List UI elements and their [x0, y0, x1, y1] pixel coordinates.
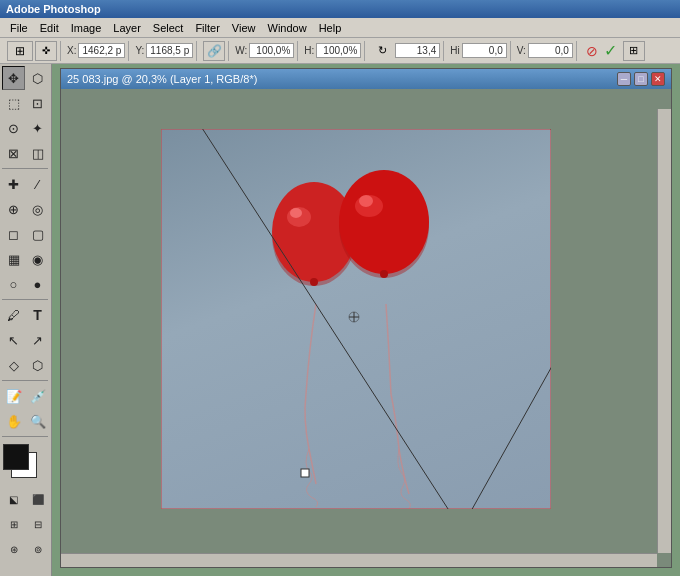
direct-select-tool[interactable]: ↗	[26, 328, 49, 352]
transform-ref-btn[interactable]: ✜	[35, 41, 57, 61]
tool-row-5: ✚ ∕	[2, 172, 49, 196]
tool-panel: ✥ ⬡ ⬚ ⊡ ⊙ ✦ ⊠ ◫ ✚ ∕ ⊕ ◎ ◻ ▢ ▦ ◉	[0, 64, 52, 576]
brush-tool[interactable]: ∕	[26, 172, 49, 196]
tool-row-11: ↖ ↗	[2, 328, 49, 352]
extra-tool4[interactable]: ⊚	[26, 537, 49, 561]
canvas-area[interactable]: 25 083.jpg @ 20,3% (Layer 1, RGB/8*) ─ □…	[52, 64, 680, 576]
h-value[interactable]: 100,0%	[316, 43, 361, 58]
tool-row-14: ✋ 🔍	[2, 409, 49, 433]
svg-point-8	[359, 195, 373, 207]
link-btn[interactable]: 🔗	[203, 41, 225, 61]
text-tool[interactable]: T	[26, 303, 49, 327]
marquee2-tool[interactable]: ⊡	[26, 91, 49, 115]
eyedropper-tool[interactable]: 💉	[26, 384, 49, 408]
healing-tool[interactable]: ✚	[2, 172, 25, 196]
tool-separator-3	[2, 380, 48, 381]
pen-tool[interactable]: 🖊	[2, 303, 25, 327]
zoom-tool[interactable]: 🔍	[26, 409, 49, 433]
minimize-btn[interactable]: ─	[617, 72, 631, 86]
w-value[interactable]: 100,0%	[249, 43, 294, 58]
clone-tool[interactable]: ⊕	[2, 197, 25, 221]
vertical-scrollbar[interactable]	[657, 109, 671, 553]
menu-help[interactable]: Help	[313, 20, 348, 36]
title-bar: Adobe Photoshop	[0, 0, 680, 18]
slice-tool[interactable]: ◫	[26, 141, 49, 165]
shape-tool[interactable]: ◇	[2, 353, 25, 377]
rotation-group: ↻ 13,4	[368, 41, 444, 61]
color-swatches[interactable]	[3, 444, 49, 480]
v-value[interactable]: 0,0	[528, 43, 573, 58]
tool-row-12: ◇ ⬡	[2, 353, 49, 377]
dodge-tool[interactable]: ○	[2, 272, 25, 296]
bg-eraser-tool[interactable]: ▢	[26, 222, 49, 246]
tool-row-modes: ⬕ ⬛	[2, 487, 49, 511]
marquee-tool[interactable]: ⬚	[2, 91, 25, 115]
tool-row-extra: ⊞ ⊟	[2, 512, 49, 536]
x-value[interactable]: 1462,2 p	[78, 43, 125, 58]
app-title: Adobe Photoshop	[6, 3, 101, 15]
history-tool[interactable]: ◎	[26, 197, 49, 221]
x-group: X: 1462,2 p	[64, 41, 129, 61]
extra-tool2[interactable]: ⊟	[26, 512, 49, 536]
crop-tool[interactable]: ⊠	[2, 141, 25, 165]
move-tool[interactable]: ✥	[2, 66, 25, 90]
menu-select[interactable]: Select	[147, 20, 190, 36]
document-canvas[interactable]	[61, 89, 671, 567]
menu-view[interactable]: View	[226, 20, 262, 36]
magic-wand-tool[interactable]: ✦	[26, 116, 49, 140]
menu-window[interactable]: Window	[262, 20, 313, 36]
options-bar: ⊞ ✜ X: 1462,2 p Y: 1168,5 p 🔗 W: 100,0% …	[0, 38, 680, 64]
rotation-icon: ↻	[371, 41, 393, 61]
w-group: W: 100,0%	[232, 41, 298, 61]
foreground-color-swatch[interactable]	[3, 444, 29, 470]
image-container[interactable]	[161, 129, 551, 509]
tool-row-8: ▦ ◉	[2, 247, 49, 271]
document-controls: ─ □ ✕	[617, 72, 665, 86]
gradient-tool[interactable]: ▦	[2, 247, 25, 271]
maximize-btn[interactable]: □	[634, 72, 648, 86]
blur-tool[interactable]: ◉	[26, 247, 49, 271]
quick-mask-tool[interactable]: ⬕	[2, 487, 25, 511]
main-layout: ✥ ⬡ ⬚ ⊡ ⊙ ✦ ⊠ ◫ ✚ ∕ ⊕ ◎ ◻ ▢ ▦ ◉	[0, 64, 680, 576]
v-label: V:	[517, 45, 526, 56]
extra-tool3[interactable]: ⊛	[2, 537, 25, 561]
burn-tool[interactable]: ●	[26, 272, 49, 296]
y-label: Y:	[135, 45, 144, 56]
x-label: X:	[67, 45, 76, 56]
menu-filter[interactable]: Filter	[189, 20, 225, 36]
document-titlebar: 25 083.jpg @ 20,3% (Layer 1, RGB/8*) ─ □…	[61, 69, 671, 89]
menu-edit[interactable]: Edit	[34, 20, 65, 36]
extra-tool1[interactable]: ⊞	[2, 512, 25, 536]
lasso-tool[interactable]: ⊙	[2, 116, 25, 140]
warp-btn[interactable]: ⊞	[623, 41, 645, 61]
close-btn[interactable]: ✕	[651, 72, 665, 86]
hi-value[interactable]: 0,0	[462, 43, 507, 58]
artboard-tool[interactable]: ⬡	[26, 66, 49, 90]
y-value[interactable]: 1168,5 p	[146, 43, 193, 58]
notes-tool[interactable]: 📝	[2, 384, 25, 408]
menu-file[interactable]: File	[4, 20, 34, 36]
shape2-tool[interactable]: ⬡	[26, 353, 49, 377]
v-group: V: 0,0	[514, 41, 577, 61]
cancel-transform-btn[interactable]: ⊘	[586, 43, 598, 59]
hand-tool[interactable]: ✋	[2, 409, 25, 433]
tool-row-1: ✥ ⬡	[2, 66, 49, 90]
y-group: Y: 1168,5 p	[132, 41, 197, 61]
tool-row-extra2: ⊛ ⊚	[2, 537, 49, 561]
confirm-transform-btn[interactable]: ✓	[604, 41, 617, 60]
tool-row-13: 📝 💉	[2, 384, 49, 408]
rotation-value[interactable]: 13,4	[395, 43, 440, 58]
tool-separator-4	[2, 436, 48, 437]
path-select-tool[interactable]: ↖	[2, 328, 25, 352]
h-label: H:	[304, 45, 314, 56]
screen-mode-tool[interactable]: ⬛	[26, 487, 49, 511]
transform-mode-btn[interactable]: ⊞	[7, 41, 33, 61]
w-label: W:	[235, 45, 247, 56]
menu-layer[interactable]: Layer	[107, 20, 147, 36]
balloon-svg	[161, 129, 551, 509]
document-title: 25 083.jpg @ 20,3% (Layer 1, RGB/8*)	[67, 73, 257, 85]
horizontal-scrollbar[interactable]	[61, 553, 657, 567]
menu-image[interactable]: Image	[65, 20, 108, 36]
eraser-tool[interactable]: ◻	[2, 222, 25, 246]
tool-separator-1	[2, 168, 48, 169]
